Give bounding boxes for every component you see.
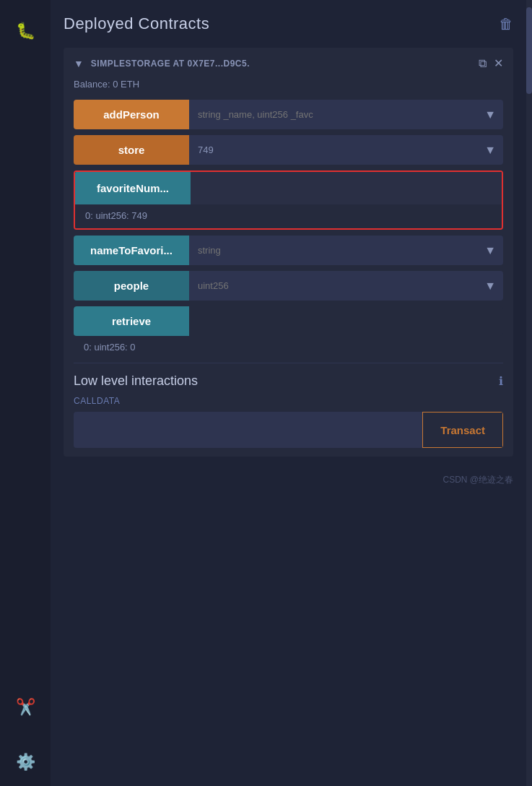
watermark: CSDN @绝迹之春 [64,474,513,486]
contract-header-row: ▼ SIMPLESTORAGE AT 0X7E7...D9C5. ⧉ ✕ [74,56,503,70]
sidebar: 🐛 ✂️ ⚙️ [0,0,51,786]
retrieve-section: retrieve 0: uint256: 0 [74,306,503,353]
retrieve-result-value: uint256: 0 [94,342,135,353]
favorite-num-inner: favoriteNum... 0: uint256: 749 [75,172,502,228]
main-content: Deployed Contracts 🗑 ▼ SIMPLESTORAGE AT … [51,0,526,786]
calldata-input[interactable] [74,412,422,448]
favorite-num-highlighted-section: favoriteNum... 0: uint256: 749 [74,170,503,230]
transact-button[interactable]: Transact [422,412,503,448]
contract-block: ▼ SIMPLESTORAGE AT 0X7E7...D9C5. ⧉ ✕ Bal… [64,48,513,457]
favorite-num-button[interactable]: favoriteNum... [75,172,191,204]
gear-icon[interactable]: ⚙️ [16,753,35,772]
page-title: Deployed Contracts [64,14,209,33]
deployed-contracts-header: Deployed Contracts 🗑 [64,14,513,33]
name-to-favori-dropdown[interactable]: ▼ [477,236,503,265]
divider [74,363,503,363]
scrollbar-thumb[interactable] [526,7,532,94]
people-button[interactable]: people [74,271,189,301]
copy-icon[interactable]: ⧉ [479,57,487,70]
add-person-button[interactable]: addPerson [74,100,189,129]
info-icon[interactable]: ℹ [499,374,503,388]
add-person-input[interactable] [189,100,477,129]
contract-address: SIMPLESTORAGE AT 0X7E7...D9C5. [91,59,471,69]
store-row: store ▼ [74,135,503,165]
retrieve-result: 0: uint256: 0 [74,336,503,353]
people-row: people ▼ [74,271,503,301]
favorite-num-right [191,172,502,204]
plug-icon[interactable]: ✂️ [16,698,35,717]
favorite-num-result: 0: uint256: 749 [75,204,502,221]
bug-icon[interactable]: 🐛 [16,22,35,40]
retrieve-result-label: 0: [84,342,94,353]
name-to-favori-row: nameToFavori... ▼ [74,236,503,265]
close-icon[interactable]: ✕ [494,56,503,70]
add-person-dropdown[interactable]: ▼ [477,100,503,129]
store-button[interactable]: store [74,135,189,165]
calldata-row: Transact [74,412,503,448]
calldata-label: CALLDATA [74,396,503,406]
favorite-num-result-value: uint256: 749 [95,210,147,221]
favorite-num-btn-row: favoriteNum... [75,172,502,204]
people-input[interactable] [189,271,477,301]
name-to-favori-button[interactable]: nameToFavori... [74,236,189,265]
store-dropdown[interactable]: ▼ [477,135,503,165]
delete-icon[interactable]: 🗑 [499,16,513,33]
retrieve-button[interactable]: retrieve [74,306,189,336]
low-level-section: Low level interactions ℹ CALLDATA Transa… [74,373,503,448]
name-to-favori-input[interactable] [189,236,477,265]
balance-display: Balance: 0 ETH [74,79,503,90]
add-person-row: addPerson ▼ [74,100,503,129]
store-input[interactable] [189,135,477,165]
people-dropdown[interactable]: ▼ [477,271,503,301]
collapse-chevron-icon[interactable]: ▼ [74,58,84,69]
scrollbar[interactable] [526,0,532,786]
low-level-title: Low level interactions [74,373,198,389]
favorite-num-result-label: 0: [85,210,95,221]
retrieve-row: retrieve [74,306,503,336]
low-level-header: Low level interactions ℹ [74,373,503,389]
